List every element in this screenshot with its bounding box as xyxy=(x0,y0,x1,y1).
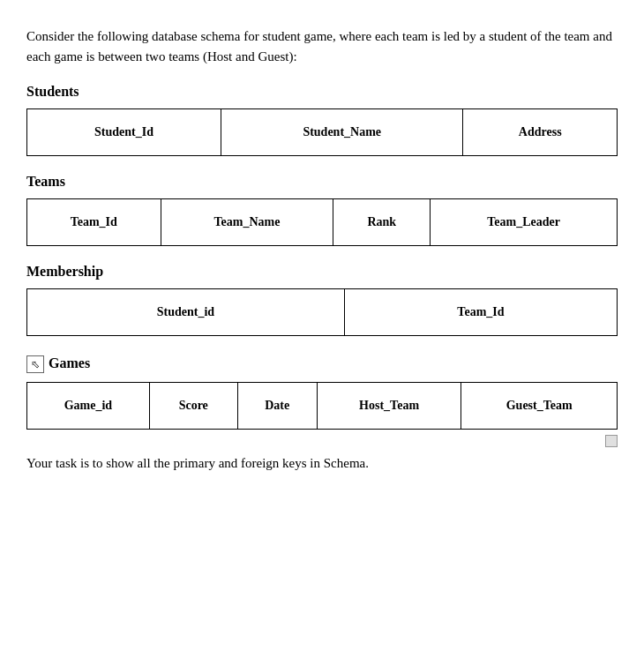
games-col-guest-team: Guest_Team xyxy=(461,383,618,430)
games-col-game-id: Game_id xyxy=(27,383,150,430)
students-table: Student_Id Student_Name Address xyxy=(26,108,618,156)
teams-table: Team_Id Team_Name Rank Team_Leader xyxy=(26,198,618,246)
scroll-indicator[interactable] xyxy=(605,435,618,447)
games-col-score: Score xyxy=(149,383,237,430)
teams-title: Teams xyxy=(26,174,618,190)
membership-col-team-id: Team_Id xyxy=(344,289,617,336)
students-col-address: Address xyxy=(463,109,618,156)
teams-col-team-leader: Team_Leader xyxy=(431,199,618,246)
students-col-student-id: Student_Id xyxy=(27,109,221,156)
games-wrapper: Game_id Score Date Host_Team Guest_Team xyxy=(26,382,618,430)
games-title: Games xyxy=(49,355,90,371)
membership-table: Student_id Team_Id xyxy=(26,288,618,336)
intro-text: Consider the following database schema f… xyxy=(26,26,618,66)
move-icon[interactable]: ⬁ xyxy=(26,355,44,373)
footer-text: Your task is to show all the primary and… xyxy=(26,456,618,471)
games-col-host-team: Host_Team xyxy=(317,383,461,430)
teams-col-team-id: Team_Id xyxy=(27,199,161,246)
students-title: Students xyxy=(26,84,618,100)
games-table: Game_id Score Date Host_Team Guest_Team xyxy=(26,382,618,430)
teams-col-team-name: Team_Name xyxy=(161,199,333,246)
students-col-student-name: Student_Name xyxy=(221,109,463,156)
membership-title: Membership xyxy=(26,264,618,280)
teams-col-rank: Rank xyxy=(333,199,431,246)
games-title-row: ⬁ Games xyxy=(26,354,618,373)
games-col-date: Date xyxy=(237,383,317,430)
membership-col-student-id: Student_id xyxy=(27,289,345,336)
